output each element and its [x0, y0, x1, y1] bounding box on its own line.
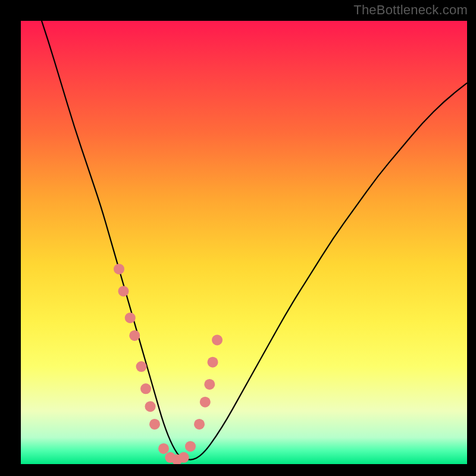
plot-area [21, 21, 467, 464]
highlight-marker [145, 401, 156, 412]
highlight-marker [204, 379, 215, 390]
highlight-marker [178, 452, 189, 463]
highlight-marker [208, 357, 218, 368]
highlight-marker [194, 419, 205, 430]
highlight-marker [118, 286, 129, 296]
watermark-text: TheBottleneck.com [353, 2, 468, 18]
highlight-marker [200, 397, 211, 408]
highlight-marker [140, 383, 151, 394]
highlight-marker [149, 419, 160, 430]
highlight-marker [125, 312, 136, 323]
highlight-marker [114, 264, 124, 274]
highlight-marker [212, 334, 223, 345]
highlight-marker [185, 441, 196, 452]
chart-frame: TheBottleneck.com [0, 0, 476, 476]
highlight-marker [158, 443, 169, 454]
highlight-marker [129, 330, 140, 341]
bottleneck-curve [35, 21, 468, 460]
chart-svg [21, 21, 467, 464]
highlight-marker [136, 361, 147, 372]
